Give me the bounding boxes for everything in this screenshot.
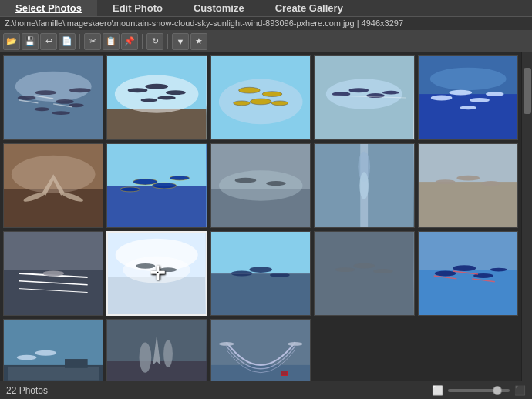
svg-point-25 (233, 101, 250, 106)
svg-rect-0 (4, 56, 103, 139)
photo-cell[interactable] (106, 319, 207, 381)
photo-cell[interactable] (418, 231, 518, 316)
svg-point-36 (429, 68, 506, 90)
nav-create-gallery[interactable]: Create Gallery (260, 0, 359, 16)
photo-cell[interactable] (210, 231, 311, 316)
svg-line-11 (53, 104, 72, 107)
svg-rect-48 (107, 144, 206, 227)
svg-rect-27 (315, 56, 413, 139)
photo-cell[interactable] (210, 55, 311, 140)
svg-rect-100 (4, 320, 103, 381)
photo-cell[interactable] (210, 319, 311, 381)
svg-point-90 (373, 269, 393, 273)
zoom-control: ⬜ ⬛ (432, 385, 526, 396)
nav-edit-photo[interactable]: Edit Photo (97, 0, 178, 16)
rotate-button[interactable]: ↻ (146, 33, 163, 50)
copy-button[interactable]: 📋 (103, 33, 120, 50)
star-button[interactable]: ★ (190, 33, 207, 50)
svg-rect-81 (211, 232, 310, 315)
file-path-text: Z:\home\famille\images\aero\mountain-sno… (5, 18, 403, 28)
svg-point-108 (140, 342, 152, 372)
bottom-bar: 22 Photos ⬜ ⬛ (0, 381, 532, 399)
vertical-scrollbar[interactable] (521, 52, 532, 381)
save-as-button[interactable]: 📄 (59, 33, 76, 50)
svg-point-29 (332, 92, 351, 96)
svg-line-98 (453, 271, 478, 274)
svg-rect-55 (211, 144, 310, 227)
svg-point-85 (270, 273, 290, 277)
toolbar-separator-3 (167, 34, 168, 49)
photo-cell[interactable] (314, 55, 414, 140)
filter-button[interactable]: ▼ (172, 33, 189, 50)
svg-point-79 (136, 263, 155, 269)
toolbar: 📂 💾 ↩ 📄 ✂ 📋 📌 ↻ ▼ ★ (0, 31, 532, 52)
svg-point-83 (231, 271, 252, 277)
empty-cell (314, 319, 414, 381)
svg-point-74 (42, 271, 64, 277)
svg-rect-92 (419, 232, 517, 270)
svg-point-40 (486, 92, 504, 96)
svg-rect-75 (108, 233, 205, 314)
zoom-slider-thumb[interactable] (493, 386, 502, 395)
save-button[interactable]: 💾 (22, 33, 39, 50)
svg-point-104 (17, 355, 37, 360)
nav-select-photos[interactable]: Select Photos (0, 0, 97, 16)
photo-cell[interactable] (3, 319, 103, 381)
svg-point-109 (163, 340, 173, 367)
svg-point-77 (116, 239, 198, 271)
open-button[interactable]: 📂 (3, 33, 20, 50)
photo-cell[interactable] (3, 231, 103, 316)
svg-point-23 (262, 92, 282, 97)
photo-cell[interactable] (3, 55, 103, 140)
zoom-slider[interactable] (448, 389, 510, 392)
svg-point-44 (12, 156, 96, 193)
photo-cell[interactable] (418, 143, 518, 228)
photo-cell[interactable] (314, 143, 414, 228)
svg-rect-113 (281, 371, 288, 376)
svg-point-4 (56, 99, 74, 104)
cut-button[interactable]: ✂ (84, 33, 101, 50)
svg-line-99 (472, 279, 495, 282)
svg-rect-106 (107, 320, 206, 381)
svg-rect-35 (419, 56, 517, 94)
photo-cell-dragged[interactable]: ✛ (106, 231, 207, 316)
svg-rect-101 (4, 365, 103, 381)
svg-line-71 (19, 273, 88, 277)
photo-cell[interactable] (418, 55, 518, 140)
svg-line-72 (19, 281, 88, 285)
svg-point-93 (434, 271, 456, 277)
photo-cell[interactable] (106, 143, 207, 228)
svg-point-46 (22, 190, 45, 203)
svg-point-19 (158, 96, 177, 100)
svg-point-114 (219, 342, 234, 346)
scrollbar-thumb[interactable] (524, 68, 531, 114)
svg-line-97 (433, 276, 456, 279)
svg-rect-103 (65, 359, 88, 368)
svg-rect-34 (419, 56, 517, 139)
photo-cell[interactable] (3, 143, 103, 228)
svg-point-22 (238, 87, 260, 93)
svg-rect-20 (211, 56, 310, 139)
svg-point-62 (358, 152, 370, 182)
svg-rect-12 (107, 56, 206, 139)
photo-cell[interactable] (106, 55, 207, 140)
svg-point-67 (456, 176, 480, 181)
paste-button[interactable]: 📌 (121, 33, 138, 50)
photo-cell[interactable] (314, 231, 414, 316)
photo-cell[interactable] (210, 143, 311, 228)
svg-rect-56 (211, 144, 310, 189)
svg-point-8 (69, 103, 84, 107)
svg-point-16 (146, 84, 169, 89)
nav-customize[interactable]: Customize (178, 0, 260, 16)
svg-rect-49 (107, 144, 206, 186)
undo-button[interactable]: ↩ (40, 33, 57, 50)
svg-rect-102 (8, 367, 99, 381)
svg-point-66 (435, 179, 455, 184)
svg-point-52 (153, 183, 177, 189)
svg-line-10 (35, 96, 54, 99)
svg-point-80 (160, 267, 177, 272)
svg-point-38 (449, 90, 472, 96)
svg-point-39 (470, 98, 490, 102)
empty-cell (418, 319, 518, 381)
photo-count-label: 22 Photos (6, 385, 48, 396)
